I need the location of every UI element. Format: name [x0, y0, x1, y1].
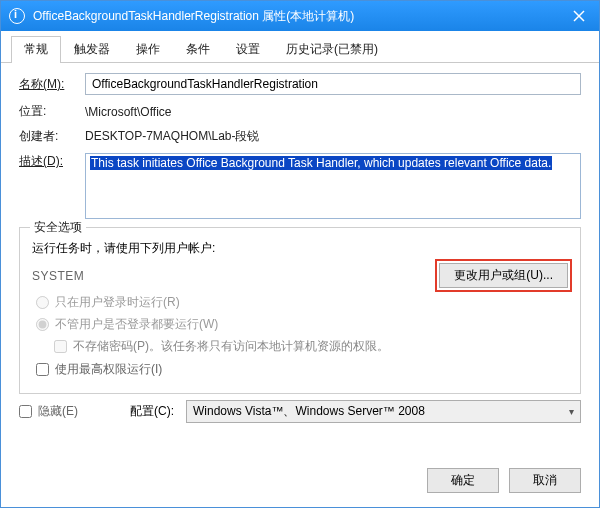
configure-for-value: Windows Vista™、Windows Server™ 2008 [193, 403, 425, 420]
description-text: This task initiates Office Background Ta… [90, 156, 552, 170]
checkbox-store-password[interactable]: 不存储密码(P)。该任务将只有访问本地计算机资源的权限。 [54, 338, 568, 355]
change-user-button[interactable]: 更改用户或组(U)... [439, 263, 568, 288]
close-icon [573, 10, 585, 22]
security-options-group: 安全选项 运行任务时，请使用下列用户帐户: SYSTEM 更改用户或组(U)..… [19, 227, 581, 394]
close-button[interactable] [559, 1, 599, 31]
dialog-window: OfficeBackgroundTaskHandlerRegistration … [0, 0, 600, 508]
author-label: 创建者: [19, 128, 85, 145]
tab-general[interactable]: 常规 [11, 36, 61, 63]
checkbox-hidden-input[interactable] [19, 405, 32, 418]
description-label: 描述(D): [19, 153, 85, 170]
tab-conditions[interactable]: 条件 [173, 36, 223, 63]
run-as-label: 运行任务时，请使用下列用户帐户: [32, 240, 568, 257]
titlebar: OfficeBackgroundTaskHandlerRegistration … [1, 1, 599, 31]
radio-logged-on-only-input [36, 296, 49, 309]
location-value: \Microsoft\Office [85, 105, 581, 119]
chevron-down-icon: ▾ [569, 406, 574, 417]
dialog-buttons: 确定 取消 [1, 458, 599, 507]
location-label: 位置: [19, 103, 85, 120]
security-options-legend: 安全选项 [30, 219, 86, 236]
name-input[interactable] [85, 73, 581, 95]
tab-content: 名称(M): 位置: \Microsoft\Office 创建者: DESKTO… [1, 63, 599, 458]
configure-for-combo[interactable]: Windows Vista™、Windows Server™ 2008 ▾ [186, 400, 581, 423]
tab-history[interactable]: 历史记录(已禁用) [273, 36, 391, 63]
checkbox-store-password-input [54, 340, 67, 353]
window-title: OfficeBackgroundTaskHandlerRegistration … [33, 8, 559, 25]
checkbox-highest-privileges-input[interactable] [36, 363, 49, 376]
checkbox-highest-privileges[interactable]: 使用最高权限运行(I) [36, 361, 568, 378]
radio-logged-on-only[interactable]: 只在用户登录时运行(R) [36, 294, 568, 311]
description-field[interactable]: This task initiates Office Background Ta… [85, 153, 581, 219]
tab-actions[interactable]: 操作 [123, 36, 173, 63]
tab-strip: 常规 触发器 操作 条件 设置 历史记录(已禁用) [1, 31, 599, 63]
author-value: DESKTOP-7MAQHOM\Lab-段锐 [85, 128, 581, 145]
tab-triggers[interactable]: 触发器 [61, 36, 123, 63]
info-icon [9, 8, 25, 24]
name-label: 名称(M): [19, 76, 85, 93]
ok-button[interactable]: 确定 [427, 468, 499, 493]
radio-run-whether-logged-on-input [36, 318, 49, 331]
radio-run-whether-logged-on[interactable]: 不管用户是否登录都要运行(W) [36, 316, 568, 333]
run-as-account: SYSTEM [32, 269, 84, 283]
tab-settings[interactable]: 设置 [223, 36, 273, 63]
configure-for-label: 配置(C): [130, 403, 174, 420]
checkbox-hidden[interactable]: 隐藏(E) [19, 403, 78, 420]
cancel-button[interactable]: 取消 [509, 468, 581, 493]
